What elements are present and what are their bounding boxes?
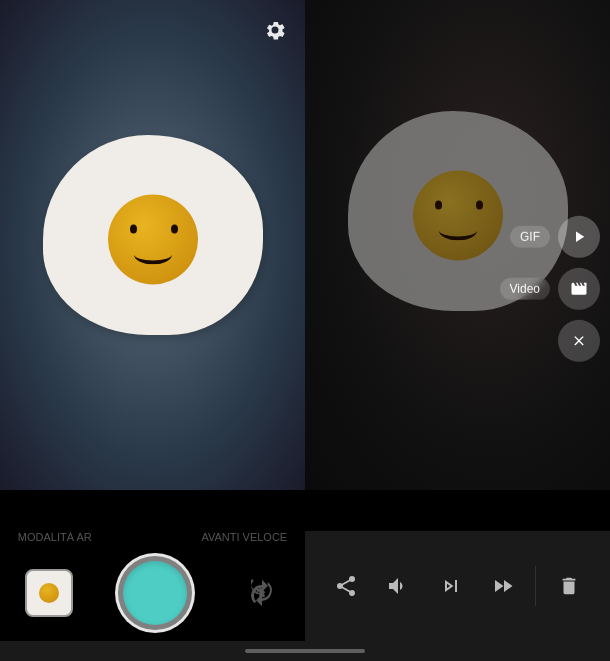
eye-left [130,225,137,234]
camera-controls-row [10,553,295,633]
share-button[interactable] [326,566,366,606]
gif-action-row: GIF [510,216,600,258]
smile [439,220,477,240]
thumbnail-egg-yolk [39,583,59,603]
eye-right [171,225,178,234]
play-icon [570,228,588,246]
video-action-row: Video [500,268,600,310]
action-buttons-panel: GIF Video [500,216,600,362]
smile [134,245,172,265]
mode-avanti-veloce[interactable]: AVANTI VELOCE [201,531,287,543]
main-area: GIF Video [0,0,610,531]
delete-button[interactable] [549,566,589,606]
film-icon [570,280,588,298]
next-frame-icon [439,574,463,598]
trash-icon [558,575,580,597]
home-bar [245,649,365,653]
preview-panel: GIF Video [305,0,610,490]
flip-camera-button[interactable] [236,571,280,615]
gif-label: GIF [510,226,550,248]
sound-button[interactable] [378,566,418,606]
eye-right [476,200,483,209]
gif-play-button[interactable] [558,216,600,258]
shutter-button[interactable] [115,553,195,633]
settings-button[interactable] [259,14,291,46]
egg-face [108,195,198,285]
camera-controls: MODALITÀ AR MOTION STILL AVANTI VELOCE [0,531,305,641]
divider [535,566,536,606]
bottom-controls-area: MODALITÀ AR MOTION STILL AVANTI VELOCE [0,531,610,641]
fast-forward-icon [491,574,515,598]
egg-illustration-color [43,135,263,335]
close-icon [571,333,587,349]
flip-icon [242,577,274,609]
volume-icon [386,574,410,598]
close-button[interactable] [558,320,600,362]
next-frame-button[interactable] [431,566,471,606]
shutter-button-inner [123,561,187,625]
mode-selector: MODALITÀ AR MOTION STILL AVANTI VELOCE [18,531,287,543]
mode-ar[interactable]: MODALITÀ AR [18,531,92,543]
share-icon [334,574,358,598]
camera-view-panel [0,0,305,490]
video-film-button[interactable] [558,268,600,310]
home-indicator [0,641,610,661]
preview-controls [305,531,610,641]
thumbnail-preview[interactable] [25,569,73,617]
egg-face-gray [413,170,503,260]
video-label: Video [500,278,550,300]
mode-motion-still[interactable]: MOTION STILL [108,531,186,543]
eye-left [435,200,442,209]
gear-icon [263,18,287,42]
fast-forward-button[interactable] [483,566,523,606]
close-action-row [558,320,600,362]
